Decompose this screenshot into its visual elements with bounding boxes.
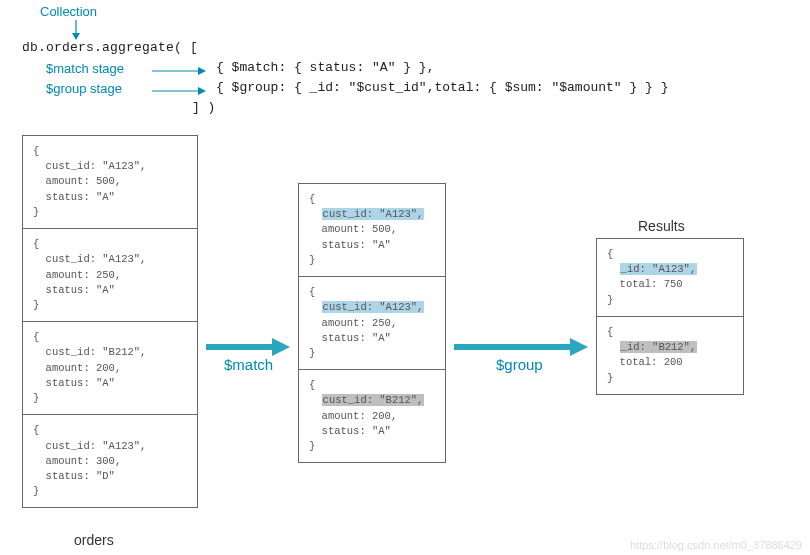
code-line-aggregate: db.orders.aggregate( [ <box>22 40 198 55</box>
match-stage-label: $match stage <box>46 61 124 76</box>
arrow-right-icon <box>152 64 206 78</box>
svg-marker-6 <box>206 338 290 356</box>
match-op-label: $match <box>224 356 273 373</box>
document: { cust_id: "A123", amount: 300, status: … <box>23 415 197 507</box>
document: { cust_id: "A123", amount: 250, status: … <box>299 277 445 370</box>
svg-marker-3 <box>198 67 206 75</box>
aggregate-pipeline-diagram: Collection db.orders.aggregate( [ $match… <box>0 0 810 555</box>
svg-marker-5 <box>198 87 206 95</box>
code-line-match: { $match: { status: "A" } }, <box>216 60 434 75</box>
collection-label: Collection <box>40 4 97 19</box>
pipeline-arrow-icon <box>206 336 290 358</box>
document: { cust_id: "A123", amount: 500, status: … <box>299 184 445 277</box>
results-column: { _id: "A123", total: 750}{ _id: "B212",… <box>596 238 744 395</box>
document: { _id: "A123", total: 750} <box>597 239 743 317</box>
document: { cust_id: "A123", amount: 250, status: … <box>23 229 197 322</box>
document: { cust_id: "B212", amount: 200, status: … <box>299 370 445 462</box>
results-column-label: Results <box>638 218 685 234</box>
arrow-right-icon <box>152 84 206 98</box>
code-line-close: ] ) <box>192 100 215 115</box>
code-line-group: { $group: { _id: "$cust_id",total: { $su… <box>216 80 668 95</box>
document: { _id: "B212", total: 200} <box>597 317 743 394</box>
match-output-column: { cust_id: "A123", amount: 500, status: … <box>298 183 446 463</box>
document: { cust_id: "A123", amount: 500, status: … <box>23 136 197 229</box>
group-stage-label: $group stage <box>46 81 122 96</box>
group-op-label: $group <box>496 356 543 373</box>
pipeline-arrow-icon <box>454 336 588 358</box>
svg-marker-7 <box>454 338 588 356</box>
watermark-text: https://blog.csdn.net/m0_37886429 <box>630 539 802 551</box>
svg-marker-1 <box>72 33 80 40</box>
orders-column-label: orders <box>74 532 114 548</box>
document: { cust_id: "B212", amount: 200, status: … <box>23 322 197 415</box>
orders-column: { cust_id: "A123", amount: 500, status: … <box>22 135 198 508</box>
arrow-down-icon <box>70 20 82 40</box>
